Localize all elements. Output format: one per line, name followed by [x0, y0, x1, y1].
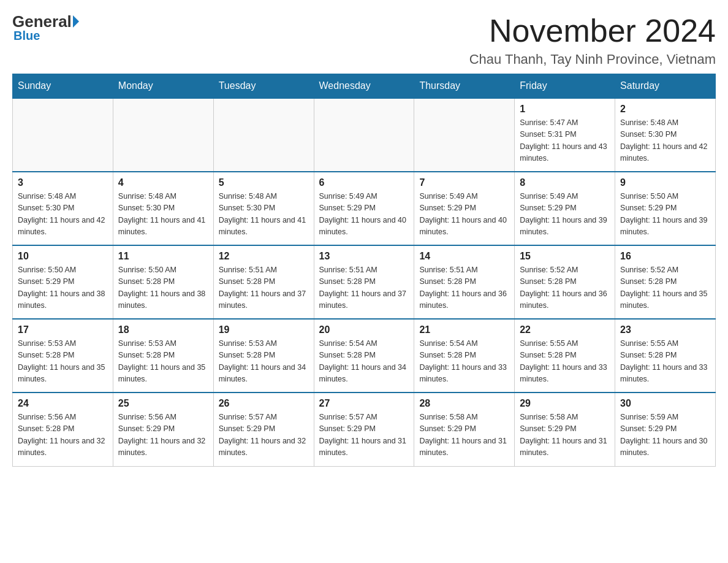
month-title: November 2024	[469, 12, 716, 49]
calendar-cell: 23Sunrise: 5:55 AMSunset: 5:28 PMDayligh…	[615, 319, 716, 393]
day-info: Sunrise: 5:47 AMSunset: 5:31 PMDaylight:…	[520, 117, 610, 165]
calendar-cell: 4Sunrise: 5:48 AMSunset: 5:30 PMDaylight…	[113, 172, 213, 245]
day-number: 9	[620, 177, 710, 188]
day-info: Sunrise: 5:49 AMSunset: 5:29 PMDaylight:…	[319, 191, 409, 239]
day-number: 12	[219, 251, 309, 262]
day-number: 30	[620, 398, 710, 409]
calendar-cell: 21Sunrise: 5:54 AMSunset: 5:28 PMDayligh…	[414, 319, 515, 393]
calendar-cell: 22Sunrise: 5:55 AMSunset: 5:28 PMDayligh…	[515, 319, 615, 393]
day-info: Sunrise: 5:57 AMSunset: 5:29 PMDaylight:…	[219, 412, 309, 459]
page-header: General Blue November 2024 Chau Thanh, T…	[12, 12, 716, 67]
day-number: 22	[520, 324, 610, 335]
day-info: Sunrise: 5:55 AMSunset: 5:28 PMDaylight:…	[620, 338, 710, 386]
calendar-cell: 30Sunrise: 5:59 AMSunset: 5:29 PMDayligh…	[615, 393, 716, 466]
day-info: Sunrise: 5:53 AMSunset: 5:28 PMDaylight:…	[18, 338, 108, 386]
calendar-cell	[113, 98, 213, 172]
calendar-header-tuesday: Tuesday	[213, 74, 314, 99]
day-number: 6	[319, 177, 409, 188]
calendar-header-wednesday: Wednesday	[314, 74, 414, 99]
day-number: 19	[219, 324, 309, 335]
calendar-week-row: 17Sunrise: 5:53 AMSunset: 5:28 PMDayligh…	[13, 319, 716, 393]
calendar-cell: 19Sunrise: 5:53 AMSunset: 5:28 PMDayligh…	[213, 319, 314, 393]
calendar-cell: 13Sunrise: 5:51 AMSunset: 5:28 PMDayligh…	[314, 245, 414, 319]
day-info: Sunrise: 5:48 AMSunset: 5:30 PMDaylight:…	[620, 117, 710, 165]
calendar-header-saturday: Saturday	[615, 74, 716, 99]
logo-blue: Blue	[13, 29, 40, 43]
calendar-cell: 5Sunrise: 5:48 AMSunset: 5:30 PMDaylight…	[213, 172, 314, 245]
day-number: 17	[18, 324, 108, 335]
day-info: Sunrise: 5:50 AMSunset: 5:29 PMDaylight:…	[18, 264, 108, 312]
day-number: 5	[219, 177, 309, 188]
logo-triangle-icon	[73, 15, 79, 28]
calendar-cell: 20Sunrise: 5:54 AMSunset: 5:28 PMDayligh…	[314, 319, 414, 393]
calendar-cell: 12Sunrise: 5:51 AMSunset: 5:28 PMDayligh…	[213, 245, 314, 319]
day-number: 4	[118, 177, 208, 188]
calendar-cell	[13, 98, 113, 172]
day-number: 27	[319, 398, 409, 409]
calendar-cell: 10Sunrise: 5:50 AMSunset: 5:29 PMDayligh…	[13, 245, 113, 319]
day-info: Sunrise: 5:54 AMSunset: 5:28 PMDaylight:…	[419, 338, 509, 386]
day-number: 10	[18, 251, 108, 262]
day-number: 13	[319, 251, 409, 262]
calendar-cell: 29Sunrise: 5:58 AMSunset: 5:29 PMDayligh…	[515, 393, 615, 466]
calendar-cell: 26Sunrise: 5:57 AMSunset: 5:29 PMDayligh…	[213, 393, 314, 466]
calendar-week-row: 24Sunrise: 5:56 AMSunset: 5:28 PMDayligh…	[13, 393, 716, 466]
calendar-cell	[414, 98, 515, 172]
day-info: Sunrise: 5:51 AMSunset: 5:28 PMDaylight:…	[419, 264, 509, 312]
day-info: Sunrise: 5:50 AMSunset: 5:28 PMDaylight:…	[118, 264, 208, 312]
calendar-cell: 1Sunrise: 5:47 AMSunset: 5:31 PMDaylight…	[515, 98, 615, 172]
day-info: Sunrise: 5:55 AMSunset: 5:28 PMDaylight:…	[520, 338, 610, 386]
calendar-table: SundayMondayTuesdayWednesdayThursdayFrid…	[12, 74, 716, 467]
day-number: 23	[620, 324, 710, 335]
day-number: 29	[520, 398, 610, 409]
day-info: Sunrise: 5:53 AMSunset: 5:28 PMDaylight:…	[219, 338, 309, 386]
calendar-cell: 24Sunrise: 5:56 AMSunset: 5:28 PMDayligh…	[13, 393, 113, 466]
day-number: 21	[419, 324, 509, 335]
day-number: 11	[118, 251, 208, 262]
calendar-header-sunday: Sunday	[13, 74, 113, 99]
day-number: 20	[319, 324, 409, 335]
calendar-cell: 8Sunrise: 5:49 AMSunset: 5:29 PMDaylight…	[515, 172, 615, 245]
day-number: 16	[620, 251, 710, 262]
location: Chau Thanh, Tay Ninh Province, Vietnam	[469, 52, 716, 67]
calendar-cell: 15Sunrise: 5:52 AMSunset: 5:28 PMDayligh…	[515, 245, 615, 319]
calendar-header-row: SundayMondayTuesdayWednesdayThursdayFrid…	[13, 74, 716, 99]
day-info: Sunrise: 5:56 AMSunset: 5:29 PMDaylight:…	[118, 412, 208, 459]
calendar-week-row: 1Sunrise: 5:47 AMSunset: 5:31 PMDaylight…	[13, 98, 716, 172]
calendar-cell: 27Sunrise: 5:57 AMSunset: 5:29 PMDayligh…	[314, 393, 414, 466]
day-number: 3	[18, 177, 108, 188]
calendar-cell: 9Sunrise: 5:50 AMSunset: 5:29 PMDaylight…	[615, 172, 716, 245]
day-info: Sunrise: 5:51 AMSunset: 5:28 PMDaylight:…	[219, 264, 309, 312]
day-number: 14	[419, 251, 509, 262]
day-info: Sunrise: 5:56 AMSunset: 5:28 PMDaylight:…	[18, 412, 108, 459]
calendar-cell	[213, 98, 314, 172]
day-number: 18	[118, 324, 208, 335]
day-number: 8	[520, 177, 610, 188]
calendar-cell: 14Sunrise: 5:51 AMSunset: 5:28 PMDayligh…	[414, 245, 515, 319]
day-info: Sunrise: 5:58 AMSunset: 5:29 PMDaylight:…	[419, 412, 509, 459]
calendar-cell: 6Sunrise: 5:49 AMSunset: 5:29 PMDaylight…	[314, 172, 414, 245]
day-number: 7	[419, 177, 509, 188]
day-number: 2	[620, 104, 710, 115]
calendar-cell: 17Sunrise: 5:53 AMSunset: 5:28 PMDayligh…	[13, 319, 113, 393]
day-info: Sunrise: 5:49 AMSunset: 5:29 PMDaylight:…	[520, 191, 610, 239]
day-info: Sunrise: 5:49 AMSunset: 5:29 PMDaylight:…	[419, 191, 509, 239]
calendar-cell: 11Sunrise: 5:50 AMSunset: 5:28 PMDayligh…	[113, 245, 213, 319]
day-number: 26	[219, 398, 309, 409]
day-info: Sunrise: 5:57 AMSunset: 5:29 PMDaylight:…	[319, 412, 409, 459]
logo: General Blue	[12, 12, 79, 43]
calendar-cell: 2Sunrise: 5:48 AMSunset: 5:30 PMDaylight…	[615, 98, 716, 172]
day-info: Sunrise: 5:50 AMSunset: 5:29 PMDaylight:…	[620, 191, 710, 239]
day-info: Sunrise: 5:54 AMSunset: 5:28 PMDaylight:…	[319, 338, 409, 386]
day-info: Sunrise: 5:59 AMSunset: 5:29 PMDaylight:…	[620, 412, 710, 459]
day-info: Sunrise: 5:48 AMSunset: 5:30 PMDaylight:…	[118, 191, 208, 239]
calendar-cell: 16Sunrise: 5:52 AMSunset: 5:28 PMDayligh…	[615, 245, 716, 319]
calendar-cell	[314, 98, 414, 172]
day-info: Sunrise: 5:51 AMSunset: 5:28 PMDaylight:…	[319, 264, 409, 312]
calendar-cell: 7Sunrise: 5:49 AMSunset: 5:29 PMDaylight…	[414, 172, 515, 245]
calendar-header-friday: Friday	[515, 74, 615, 99]
day-info: Sunrise: 5:48 AMSunset: 5:30 PMDaylight:…	[18, 191, 108, 239]
day-number: 15	[520, 251, 610, 262]
day-info: Sunrise: 5:48 AMSunset: 5:30 PMDaylight:…	[219, 191, 309, 239]
day-number: 1	[520, 104, 610, 115]
